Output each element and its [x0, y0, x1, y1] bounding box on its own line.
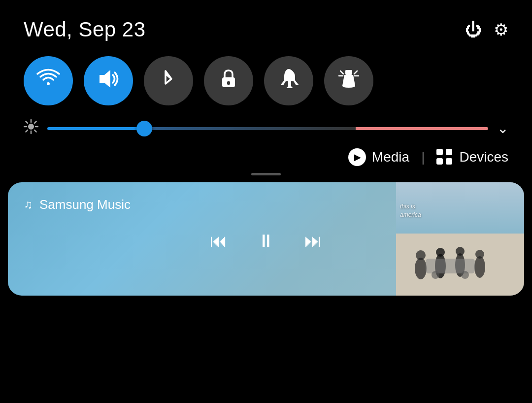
svg-point-30	[461, 271, 469, 279]
album-art: this is america	[396, 182, 524, 296]
devices-button[interactable]: Devices	[436, 149, 508, 166]
album-scene: this is america	[396, 182, 524, 296]
svg-line-8	[354, 71, 357, 74]
flashlight-toggle[interactable]	[324, 56, 373, 105]
sound-icon	[96, 66, 121, 96]
airplane-icon	[276, 67, 301, 96]
toggles-row	[0, 51, 532, 110]
svg-point-11	[28, 124, 34, 130]
next-button[interactable]: ⏭	[304, 231, 322, 251]
music-note-icon: ♫	[24, 198, 33, 211]
svg-point-25	[456, 247, 465, 256]
bluetooth-icon	[157, 67, 180, 95]
play-icon: ▶	[348, 148, 366, 166]
divider: |	[421, 149, 425, 165]
svg-point-21	[416, 250, 426, 260]
devices-icon	[436, 149, 453, 166]
slider-track	[47, 127, 488, 130]
svg-line-18	[34, 121, 36, 123]
sound-toggle[interactable]	[84, 56, 133, 105]
brightness-slider-row: ⌄	[0, 110, 532, 141]
svg-marker-1	[100, 70, 110, 88]
svg-point-26	[474, 256, 485, 278]
expand-icon[interactable]: ⌄	[497, 120, 508, 136]
svg-point-23	[436, 248, 445, 257]
svg-rect-28	[426, 259, 475, 273]
devices-label: Devices	[459, 149, 508, 165]
drag-handle[interactable]	[251, 173, 281, 175]
svg-rect-6	[345, 70, 352, 75]
wifi-toggle[interactable]	[24, 56, 73, 105]
power-icon[interactable]: ⏻	[465, 20, 482, 39]
lock-icon	[217, 67, 240, 95]
music-player-card: ♫ Samsung Music × ⏮ ⏸ ⏭	[8, 182, 524, 296]
bluetooth-toggle[interactable]	[144, 56, 193, 105]
pause-button[interactable]: ⏸	[257, 231, 275, 251]
top-bar: Wed, Sep 23 ⏻ ⚙	[0, 0, 532, 51]
svg-line-3	[166, 79, 171, 84]
album-figures-svg	[396, 222, 524, 281]
settings-icon[interactable]: ⚙	[494, 20, 508, 39]
airplane-mode-toggle[interactable]	[264, 56, 313, 105]
prev-button[interactable]: ⏮	[210, 231, 228, 251]
svg-point-0	[47, 82, 50, 85]
svg-line-17	[34, 130, 36, 132]
svg-line-19	[26, 130, 28, 132]
svg-rect-5	[227, 81, 230, 85]
handle-bar	[0, 170, 532, 177]
brightness-icon	[24, 119, 38, 137]
flashlight-icon	[337, 67, 361, 95]
music-app-label: Samsung Music	[39, 197, 131, 212]
wifi-icon	[36, 67, 61, 96]
media-button[interactable]: ▶ Media	[348, 148, 409, 166]
music-app-name: ♫ Samsung Music	[24, 197, 131, 212]
album-text: this is america	[400, 202, 421, 219]
svg-point-27	[475, 250, 484, 259]
media-label: Media	[372, 149, 409, 165]
date-display: Wed, Sep 23	[24, 18, 146, 41]
brightness-slider[interactable]	[47, 123, 488, 134]
slider-thumb[interactable]	[136, 121, 152, 136]
svg-line-16	[26, 121, 28, 123]
top-icons: ⏻ ⚙	[465, 20, 508, 39]
svg-line-7	[340, 71, 343, 74]
screen-lock-toggle[interactable]	[204, 56, 253, 105]
svg-point-20	[415, 258, 427, 279]
svg-point-29	[432, 271, 439, 279]
media-devices-row: ▶ Media | Devices	[0, 141, 532, 170]
